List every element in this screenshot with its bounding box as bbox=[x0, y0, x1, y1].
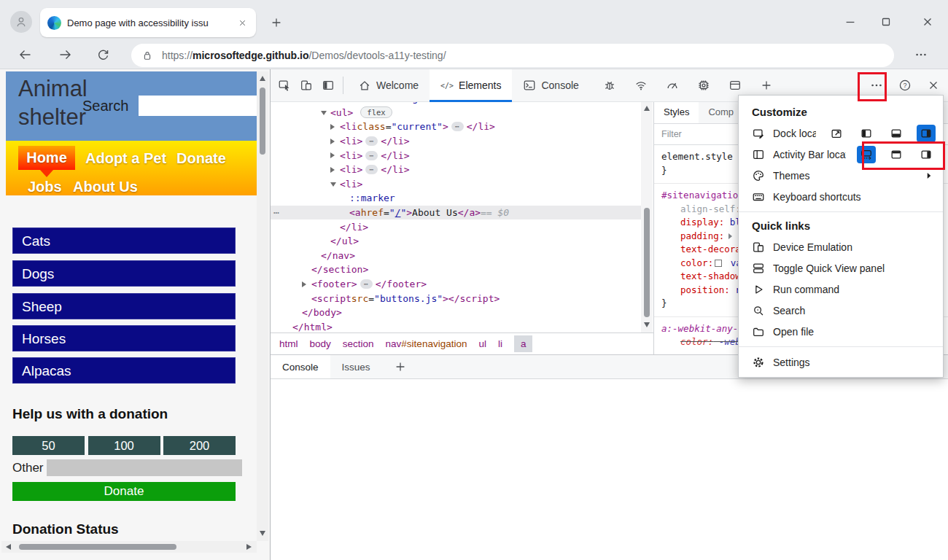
scroll-down-arrow[interactable] bbox=[260, 531, 265, 536]
activity-bar-button[interactable] bbox=[317, 74, 339, 96]
tree-node[interactable]: <script src="buttons.js"></script> bbox=[271, 291, 641, 306]
tree-node[interactable]: </html> bbox=[271, 320, 641, 333]
other-amount-input[interactable] bbox=[47, 459, 242, 476]
tree-node[interactable]: </ul> bbox=[271, 234, 641, 249]
scroll-down-arrow[interactable] bbox=[644, 322, 650, 327]
memory-button[interactable] bbox=[693, 74, 715, 96]
collapsed-content-icon[interactable]: ⋯ bbox=[365, 136, 378, 146]
devtools-close-button[interactable] bbox=[922, 74, 944, 96]
breadcrumb-item-body[interactable]: body bbox=[310, 338, 331, 349]
breadcrumb-item-section[interactable]: section bbox=[343, 338, 374, 349]
styles-tab-styles[interactable]: Styles bbox=[654, 102, 699, 123]
breadcrumb-item-nav[interactable]: nav#sitenavigation bbox=[386, 338, 467, 349]
tab-console[interactable]: Console bbox=[512, 69, 589, 102]
nav-item-donate[interactable]: Donate bbox=[176, 150, 226, 167]
tree-node[interactable]: </section> bbox=[271, 262, 641, 277]
elements-scroll-thumb[interactable] bbox=[644, 208, 650, 317]
nav-item-adopt-a-pet[interactable]: Adopt a Pet bbox=[85, 150, 166, 167]
collapsed-content-icon[interactable]: ⋯ bbox=[365, 165, 378, 174]
tree-node[interactable]: </li> bbox=[271, 219, 641, 234]
amount-button-100[interactable]: 100 bbox=[88, 436, 160, 455]
breadcrumb-item-li[interactable]: li bbox=[498, 338, 502, 349]
expand-arrow-icon[interactable] bbox=[330, 124, 335, 130]
refresh-button[interactable] bbox=[93, 45, 112, 64]
dock-right-toggle[interactable] bbox=[917, 125, 936, 142]
tree-node[interactable]: </nav> bbox=[271, 249, 641, 263]
tree-node[interactable]: ::marker bbox=[271, 191, 641, 206]
nav-item-home[interactable]: Home bbox=[18, 146, 75, 170]
animal-button-alpacas[interactable]: Alpacas bbox=[12, 357, 236, 384]
collapsed-content-icon[interactable]: ⋯ bbox=[451, 122, 464, 131]
quick-link-search[interactable]: Search bbox=[739, 300, 943, 321]
animal-button-cats[interactable]: Cats bbox=[12, 228, 236, 254]
collapsed-content-icon[interactable]: ⋯ bbox=[360, 279, 373, 289]
quick-link-open-file[interactable]: Open file bbox=[739, 321, 943, 342]
undock-toggle[interactable] bbox=[827, 125, 846, 142]
vertical-scroll-thumb[interactable] bbox=[260, 88, 265, 155]
scroll-left-arrow[interactable] bbox=[6, 544, 11, 550]
tree-node[interactable]: <li>⋯</li> bbox=[271, 134, 641, 149]
tree-node[interactable]: <li>⋯</li> bbox=[271, 163, 641, 177]
network-button[interactable] bbox=[630, 74, 652, 96]
issues-bug-button[interactable] bbox=[599, 74, 621, 96]
menu-item-keyboard-shortcuts[interactable]: Keyboard shortcuts bbox=[739, 186, 943, 207]
inspect-button[interactable] bbox=[273, 74, 295, 96]
menu-item-dock-location[interactable]: Dock location bbox=[739, 122, 943, 144]
quick-link-toggle-quick-view-panel[interactable]: Toggle Quick View panel bbox=[739, 257, 943, 279]
expand-arrow-icon[interactable] bbox=[330, 182, 336, 187]
tab-close-icon[interactable] bbox=[236, 16, 249, 29]
add-tab-button[interactable] bbox=[755, 74, 777, 96]
expand-arrow-icon[interactable] bbox=[330, 152, 335, 158]
expand-value-icon[interactable] bbox=[729, 233, 732, 239]
scroll-right-arrow[interactable] bbox=[246, 544, 252, 550]
color-swatch[interactable] bbox=[715, 260, 722, 267]
performance-button[interactable] bbox=[661, 74, 683, 96]
page-vertical-scrollbar[interactable] bbox=[257, 71, 268, 541]
url-input[interactable]: https://microsoftedge.github.io/Demos/de… bbox=[131, 44, 894, 67]
animal-button-dogs[interactable]: Dogs bbox=[12, 260, 236, 287]
expand-arrow-icon[interactable] bbox=[330, 167, 335, 173]
back-button[interactable] bbox=[16, 45, 35, 64]
tab-welcome[interactable]: Welcome bbox=[347, 69, 430, 102]
dock-bottom-toggle[interactable] bbox=[887, 125, 906, 142]
window-maximize-button[interactable] bbox=[877, 13, 895, 31]
animal-button-horses[interactable]: Horses bbox=[12, 325, 236, 351]
nav-item-about-us[interactable]: About Us bbox=[73, 179, 138, 195]
drawer-add-tab-button[interactable] bbox=[382, 355, 419, 378]
horizontal-scroll-thumb[interactable] bbox=[19, 544, 176, 550]
scroll-up-arrow[interactable] bbox=[260, 76, 265, 81]
tree-node[interactable]: <footer>⋯</footer> bbox=[271, 277, 641, 292]
window-minimize-button[interactable] bbox=[842, 13, 859, 31]
layout-panel-button[interactable] bbox=[724, 74, 746, 96]
tree-node[interactable]: <ul>flex bbox=[271, 106, 641, 120]
animal-button-sheep[interactable]: Sheep bbox=[12, 293, 236, 319]
donate-button[interactable]: Donate bbox=[12, 482, 236, 501]
tree-node[interactable]: <li> bbox=[271, 177, 641, 192]
node-menu-icon[interactable]: ⋯ bbox=[273, 207, 280, 218]
search-input[interactable] bbox=[139, 96, 257, 116]
expand-arrow-icon[interactable] bbox=[330, 139, 335, 144]
tree-node[interactable]: </body> bbox=[271, 306, 641, 320]
flex-badge[interactable]: flex bbox=[360, 106, 392, 118]
dock-left-toggle[interactable] bbox=[857, 125, 876, 142]
quick-link-run-command[interactable]: Run command bbox=[739, 279, 943, 300]
browser-tab[interactable]: Demo page with accessibility issu bbox=[40, 8, 256, 37]
tree-node[interactable]: <li>⋯</li> bbox=[271, 148, 641, 163]
new-tab-button[interactable] bbox=[268, 15, 284, 31]
tab-elements[interactable]: </>Elements bbox=[430, 69, 512, 102]
expand-arrow-icon[interactable] bbox=[321, 111, 327, 115]
breadcrumb-item-html[interactable]: html bbox=[279, 338, 298, 349]
page-horizontal-scrollbar[interactable] bbox=[1, 541, 257, 553]
browser-settings-button[interactable] bbox=[912, 45, 930, 64]
window-close-button[interactable] bbox=[919, 13, 936, 31]
forward-button[interactable] bbox=[55, 45, 74, 64]
device-toolbar-button[interactable] bbox=[295, 74, 317, 96]
quick-link-device-emulation[interactable]: Device Emulation bbox=[739, 236, 943, 257]
amount-button-50[interactable]: 50 bbox=[12, 436, 85, 455]
breadcrumb-item-ul[interactable]: ul bbox=[478, 338, 486, 349]
collapsed-content-icon[interactable]: ⋯ bbox=[365, 151, 378, 160]
drawer-tab-issues[interactable]: Issues bbox=[330, 355, 382, 378]
devtools-help-button[interactable]: ? bbox=[894, 74, 916, 96]
scroll-up-arrow[interactable] bbox=[644, 106, 650, 111]
menu-item-settings[interactable]: Settings bbox=[739, 351, 943, 373]
